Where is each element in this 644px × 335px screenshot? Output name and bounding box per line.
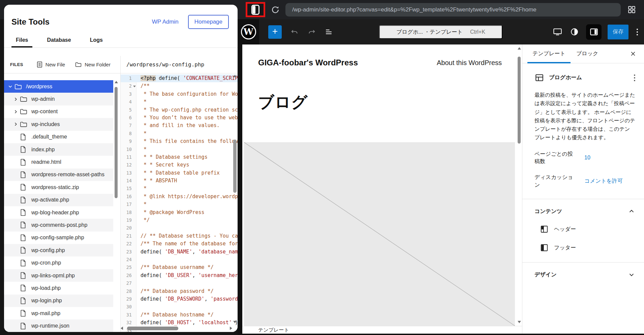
- list-view-button[interactable]: [325, 28, 333, 36]
- code-line-32[interactable]: 32define( 'DB_HOST', 'localhost' );: [121, 319, 238, 327]
- code-line-5[interactable]: 5 * The wp-config.php creation script: [121, 106, 238, 114]
- scroll-down-arrow-icon[interactable]: [518, 321, 521, 323]
- tab-files[interactable]: Files: [11, 37, 32, 48]
- tree-item-wp-login-php[interactable]: wp-login.php: [4, 295, 113, 307]
- code-line-10[interactable]: 10 *: [121, 146, 238, 153]
- tree-item-wp-admin[interactable]: wp-admin: [4, 93, 113, 105]
- canvas-scrollbar[interactable]: [517, 44, 522, 326]
- code-line-20[interactable]: 20: [121, 224, 238, 232]
- code-line-31[interactable]: 31/** Database hostname */: [121, 311, 238, 319]
- blog-heading[interactable]: ブログ: [242, 67, 522, 113]
- tree-item-wp-load-php[interactable]: wp-load.php: [4, 282, 113, 294]
- code-line-21[interactable]: 21// ** Database settings - You can g: [121, 232, 238, 240]
- breadcrumb[interactable]: テンプレート: [258, 327, 289, 333]
- undo-button[interactable]: [290, 28, 299, 36]
- code-line-22[interactable]: 22/** The name of the database for W: [121, 240, 238, 248]
- canvas-scroll-thumb[interactable]: [518, 57, 521, 144]
- tab-database[interactable]: Database: [42, 37, 75, 48]
- save-button[interactable]: 保存: [608, 25, 628, 39]
- code-line-7[interactable]: 7 * and fill in the values.: [121, 122, 238, 129]
- apps-grid-button[interactable]: [627, 5, 636, 14]
- editor-horizontal-scroll-thumb[interactable]: [127, 327, 178, 330]
- redo-button[interactable]: [307, 28, 316, 36]
- code-line-9[interactable]: 9 * This file contains the following: [121, 138, 238, 145]
- code-line-11[interactable]: 11 * * Database settings: [121, 153, 238, 161]
- tree-item-wp-config-sample-php[interactable]: wp-config-sample.php: [4, 232, 113, 244]
- chevron-right-icon[interactable]: [11, 97, 20, 102]
- wp-admin-link[interactable]: WP Admin: [152, 19, 179, 25]
- code-line-30[interactable]: 30: [121, 303, 238, 311]
- code-line-3[interactable]: 3 * The base configuration for WordPress: [121, 90, 238, 98]
- view-device-button[interactable]: [553, 28, 562, 36]
- scroll-up-arrow-icon[interactable]: [115, 81, 118, 83]
- tree-item-wp-activate-php[interactable]: wp-activate.php: [4, 194, 113, 206]
- code-editor[interactable]: 1<?php define( 'CONCATENATE_SCRIPTS'2/**…: [121, 73, 238, 332]
- tab-block[interactable]: ブロック: [571, 44, 604, 63]
- style-variations-button[interactable]: [570, 28, 579, 36]
- content-item-footer[interactable]: フッター: [534, 243, 635, 252]
- tree-item-default-theme[interactable]: .default_theme: [4, 131, 113, 143]
- tree-item-wp-includes[interactable]: wp-includes: [4, 118, 113, 130]
- new-folder-button[interactable]: New Folder: [75, 62, 111, 67]
- tree-item-readme-html[interactable]: readme.html: [4, 156, 113, 168]
- code-line-15[interactable]: 15 *: [121, 185, 238, 192]
- url-bar[interactable]: /wp-admin/site-editor.php?canvas=edit&p=…: [285, 3, 621, 17]
- code-line-1[interactable]: 1<?php define( 'CONCATENATE_SCRIPTS': [121, 74, 238, 82]
- code-line-29[interactable]: 29define( 'DB_PASSWORD', 'password_: [121, 295, 238, 303]
- scroll-up-arrow-icon[interactable]: [518, 47, 521, 50]
- settings-sidebar-toggle[interactable]: [586, 24, 602, 40]
- homepage-button[interactable]: Homepage: [188, 15, 229, 29]
- tree-item-wp-content[interactable]: wp-content: [4, 105, 113, 118]
- scroll-right-arrow-icon[interactable]: [230, 327, 232, 330]
- tree-item-wp-comments-post-php[interactable]: wp-comments-post.php: [4, 219, 113, 231]
- sidebar-toggle-highlight[interactable]: [246, 2, 265, 17]
- template-options-button[interactable]: [634, 74, 635, 81]
- file-tree-scrollbar[interactable]: [115, 81, 118, 329]
- tree-item-wordpress-static-zip[interactable]: wordpress-static.zip: [4, 181, 113, 193]
- tab-logs[interactable]: Logs: [86, 37, 107, 48]
- site-title[interactable]: GIGA-foobar's WordPress: [258, 58, 358, 67]
- close-sidebar-button[interactable]: [630, 50, 637, 57]
- block-inserter-button[interactable]: +: [268, 25, 282, 39]
- content-item-header[interactable]: ヘッダー: [534, 225, 635, 234]
- tree-item-wp-cron-php[interactable]: wp-cron.php: [4, 256, 113, 269]
- chevron-right-icon[interactable]: [11, 122, 20, 127]
- wordpress-logo-button[interactable]: W: [238, 19, 259, 44]
- code-line-16[interactable]: 16 * @link https://developer.wordpress: [121, 193, 238, 201]
- posts-per-page-value[interactable]: 10: [574, 150, 590, 165]
- code-line-17[interactable]: 17 *: [121, 201, 238, 208]
- file-tree-scroll-thumb[interactable]: [115, 87, 118, 198]
- editor-horizontal-scrollbar[interactable]: [121, 326, 232, 330]
- code-line-14[interactable]: 14 * * ABSPATH: [121, 177, 238, 185]
- options-menu-button[interactable]: [637, 29, 638, 35]
- scroll-down-arrow-icon[interactable]: [233, 321, 237, 323]
- scroll-up-arrow-icon[interactable]: [233, 75, 237, 77]
- tree-item-wp-config-php[interactable]: wp-config.php: [4, 244, 113, 256]
- code-line-27[interactable]: 27: [121, 279, 238, 287]
- code-line-6[interactable]: 6 * You don’t have to use the website: [121, 114, 238, 122]
- code-line-12[interactable]: 12 * * Secret keys: [121, 161, 238, 169]
- new-file-button[interactable]: New File: [37, 61, 65, 68]
- code-line-24[interactable]: 24: [121, 256, 238, 264]
- tree-item-wp-links-opml-php[interactable]: wp-links-opml.php: [4, 269, 113, 282]
- image-placeholder[interactable]: [244, 142, 515, 326]
- chevron-right-icon[interactable]: [11, 109, 20, 114]
- site-canvas[interactable]: GIGA-foobar's WordPress About this WordP…: [242, 44, 522, 326]
- code-line-4[interactable]: 4 *: [121, 98, 238, 106]
- tree-item-index-php[interactable]: index.php: [4, 143, 113, 156]
- code-line-19[interactable]: 19 */: [121, 216, 238, 224]
- tree-item-wp-mail-php[interactable]: wp-mail.php: [4, 307, 113, 319]
- tree-item-wp-runtime-json[interactable]: wp-runtime.json: [4, 319, 113, 332]
- document-bar[interactable]: ブログホ... ・テンプレート Ctrl+K: [379, 25, 502, 39]
- code-line-25[interactable]: 25/** Database username */: [121, 264, 238, 271]
- code-fold-icon[interactable]: [133, 86, 136, 87]
- tree-item-wp-blog-header-php[interactable]: wp-blog-header.php: [4, 206, 113, 219]
- code-line-8[interactable]: 8 *: [121, 130, 238, 138]
- section-design-header[interactable]: デザイン: [534, 271, 635, 278]
- code-line-26[interactable]: 26define( 'DB_USER', 'username_here': [121, 272, 238, 279]
- code-line-18[interactable]: 18 * @package WordPress: [121, 209, 238, 216]
- discussion-value[interactable]: コメントを許可: [574, 174, 623, 189]
- tree-item-wordpress[interactable]: /wordpress: [4, 80, 113, 93]
- chevron-down-icon[interactable]: [6, 84, 14, 89]
- scroll-left-arrow-icon[interactable]: [121, 327, 123, 330]
